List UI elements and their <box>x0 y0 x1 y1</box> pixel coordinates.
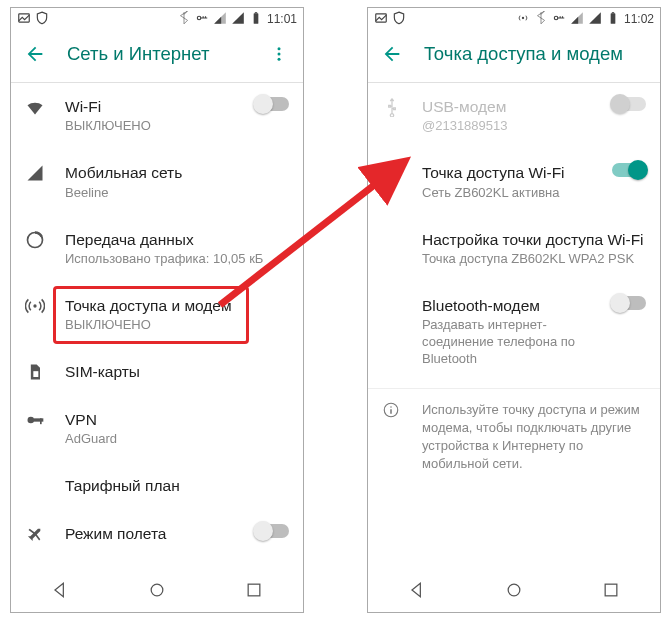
info-note: Используйте точку доступа и режим модема… <box>368 388 660 486</box>
item-bluetooth-tethering[interactable]: Bluetooth-модем Раздавать интернет-соеди… <box>368 282 660 382</box>
svg-rect-24 <box>605 584 617 596</box>
svg-rect-18 <box>611 13 616 23</box>
item-sub: AdGuard <box>65 431 289 448</box>
nav-recent-button[interactable] <box>224 580 284 600</box>
bluetooth-tether-toggle[interactable] <box>604 296 646 310</box>
item-sub: Раздавать интернет-соединение телефона п… <box>422 317 604 368</box>
item-label: Настройка точки доступа Wi-Fi <box>422 230 646 249</box>
sim-icon <box>25 362 65 382</box>
usb-toggle <box>604 97 646 111</box>
system-navbar <box>11 568 303 612</box>
nav-back-button[interactable] <box>30 580 90 600</box>
info-note-text: Используйте точку доступа и режим модема… <box>422 401 646 474</box>
appbar: Точка доступа и модем <box>368 30 660 78</box>
airplane-icon <box>25 524 65 544</box>
page-title: Сеть и Интернет <box>67 43 209 65</box>
shield-icon <box>35 11 49 28</box>
shield-icon <box>392 11 406 28</box>
signal-icon <box>213 11 227 28</box>
item-sub: ВЫКЛЮЧЕНО <box>65 317 289 334</box>
item-data-usage[interactable]: Передача данных Использовано трафика: 10… <box>11 216 303 282</box>
svg-point-21 <box>390 406 392 408</box>
item-hotspot-setup[interactable]: Настройка точки доступа Wi-Fi Точка дост… <box>368 216 660 282</box>
svg-point-13 <box>151 584 163 596</box>
svg-rect-9 <box>33 371 38 377</box>
network-icon <box>231 11 245 28</box>
item-label: Мобильная сеть <box>65 163 289 182</box>
item-hotspot-tethering[interactable]: Точка доступа и модем ВЫКЛЮЧЕНО <box>11 282 303 348</box>
item-sub: Точка доступа ZB602KL WPA2 PSK <box>422 251 646 268</box>
item-label: Wi-Fi <box>65 97 247 116</box>
key-icon <box>552 11 566 28</box>
appbar: Сеть и Интернет <box>11 30 303 78</box>
svg-rect-12 <box>40 418 42 424</box>
phone-screen-right: 11:02 Точка доступа и модем USB-модем @2… <box>367 7 661 613</box>
item-label: Bluetooth-модем <box>422 296 604 315</box>
svg-rect-0 <box>19 13 30 21</box>
back-button[interactable] <box>23 43 47 65</box>
usb-icon <box>382 97 422 117</box>
item-sim-cards[interactable]: SIM-карты <box>11 348 303 396</box>
page-title: Точка доступа и модем <box>424 43 623 65</box>
svg-rect-19 <box>612 12 614 13</box>
wifi-toggle[interactable] <box>247 97 289 111</box>
system-navbar <box>368 568 660 612</box>
item-label: SIM-карты <box>65 362 289 381</box>
overflow-menu-button[interactable] <box>267 45 291 63</box>
svg-rect-14 <box>248 584 260 596</box>
item-label: USB-модем <box>422 97 604 116</box>
clock-text: 11:02 <box>624 12 654 26</box>
item-wifi-hotspot[interactable]: Точка доступа Wi-Fi Сеть ZB602KL активна <box>368 149 660 215</box>
svg-point-5 <box>278 53 281 56</box>
item-usb-tethering: USB-модем @2131889513 <box>368 83 660 149</box>
svg-point-8 <box>33 304 36 307</box>
bluetooth-icon <box>177 11 191 28</box>
nav-recent-button[interactable] <box>581 580 641 600</box>
airplane-toggle[interactable] <box>247 524 289 538</box>
phone-screen-left: 11:01 Сеть и Интернет Wi-Fi ВЫКЛЮЧЕНО Мо… <box>10 7 304 613</box>
battery-icon <box>606 11 620 28</box>
settings-list: Wi-Fi ВЫКЛЮЧЕНО Мобильная сеть Beeline П… <box>11 83 303 568</box>
svg-point-6 <box>278 58 281 61</box>
svg-rect-22 <box>390 409 392 414</box>
item-mobile-network[interactable]: Мобильная сеть Beeline <box>11 149 303 215</box>
item-label: Тарифный план <box>65 476 289 495</box>
wifi-icon <box>25 97 65 117</box>
item-label: Передача данных <box>65 230 289 249</box>
item-sub: ВЫКЛЮЧЕНО <box>65 118 247 135</box>
item-label: Точка доступа Wi-Fi <box>422 163 604 182</box>
back-button[interactable] <box>380 43 404 65</box>
settings-list: USB-модем @2131889513 Точка доступа Wi-F… <box>368 83 660 568</box>
svg-point-1 <box>197 16 201 20</box>
statusbar: 11:01 <box>11 8 303 30</box>
item-label: Режим полета <box>65 524 247 543</box>
svg-rect-15 <box>376 13 387 21</box>
item-label: VPN <box>65 410 289 429</box>
hotspot-icon <box>25 296 65 316</box>
item-airplane-mode[interactable]: Режим полета <box>11 510 303 558</box>
nav-home-button[interactable] <box>484 580 544 600</box>
svg-point-10 <box>28 417 35 424</box>
item-wifi[interactable]: Wi-Fi ВЫКЛЮЧЕНО <box>11 83 303 149</box>
svg-rect-3 <box>255 12 257 13</box>
nav-back-button[interactable] <box>387 580 447 600</box>
clock-text: 11:01 <box>267 12 297 26</box>
vpn-key-icon <box>25 410 65 430</box>
statusbar: 11:02 <box>368 8 660 30</box>
item-vpn[interactable]: VPN AdGuard <box>11 396 303 462</box>
signal-icon <box>25 163 65 183</box>
key-icon <box>195 11 209 28</box>
svg-point-16 <box>522 16 524 18</box>
svg-point-4 <box>278 47 281 50</box>
wifi-hotspot-toggle[interactable] <box>604 163 646 177</box>
data-usage-icon <box>25 230 65 250</box>
item-sub: Использовано трафика: 10,05 кБ <box>65 251 289 268</box>
image-icon <box>374 11 388 28</box>
hotspot-status-icon <box>516 11 530 28</box>
nav-home-button[interactable] <box>127 580 187 600</box>
battery-icon <box>249 11 263 28</box>
item-data-plan[interactable]: Тарифный план <box>11 462 303 509</box>
item-sub: Beeline <box>65 185 289 202</box>
bluetooth-icon <box>534 11 548 28</box>
svg-rect-11 <box>33 418 43 421</box>
